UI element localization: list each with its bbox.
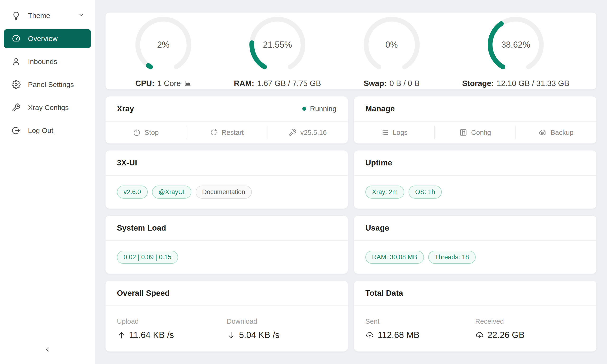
received-value: 22.26 GB — [488, 330, 525, 340]
status-dot — [302, 107, 306, 111]
sidebar: Theme Overview In — [0, 0, 95, 364]
sent-value: 112.68 MB — [378, 330, 420, 340]
wrench-icon — [11, 103, 21, 112]
sidebar-item-label: Overview — [28, 35, 58, 43]
usage-card-title: Usage — [365, 223, 389, 233]
overall-speed-card: Overall Speed Upload 11.64 KB /s Downl — [105, 281, 348, 352]
swap-gauge: 0% Swap: 0 B / 0 B — [361, 14, 422, 88]
config-button[interactable]: Config — [435, 122, 515, 143]
xui-card: 3X-UI v2.6.0 @XrayUI Documentation — [105, 150, 348, 209]
os-uptime-tag: OS: 1h — [409, 185, 442, 199]
ram-usage-tag: RAM: 30.08 MB — [365, 251, 424, 264]
download-speed-stat: Download 5.04 KB /s — [227, 318, 336, 340]
cpu-gauge: 2% CPU: 1 Core — [132, 14, 194, 88]
documentation-tag[interactable]: Documentation — [196, 185, 252, 199]
xui-card-title: 3X-UI — [117, 158, 137, 167]
sliders-icon — [459, 129, 467, 136]
total-data-card: Total Data Sent 112.68 MB — [354, 281, 596, 352]
chevron-left-icon — [43, 345, 52, 354]
cloud-server-icon — [539, 129, 547, 136]
threads-usage-tag: Threads: 18 — [428, 251, 476, 264]
power-icon — [133, 129, 141, 136]
system-load-card-title: System Load — [117, 223, 166, 233]
received-data-stat: Received 22.26 GB — [475, 318, 585, 340]
xray-version-button[interactable]: v25.5.16 — [267, 122, 348, 143]
cloud-download-icon — [475, 331, 484, 339]
logout-icon — [11, 126, 21, 135]
sidebar-item-label: Panel Settings — [28, 80, 74, 89]
load-average-tag: 0.02 | 0.09 | 0.15 — [117, 251, 178, 264]
total-data-card-title: Total Data — [365, 289, 403, 298]
sidebar-item-panel-settings[interactable]: Panel Settings — [4, 75, 91, 94]
uptime-card: Uptime Xray: 2m OS: 1h — [354, 150, 596, 209]
system-gauges-card: 2% CPU: 1 Core — [105, 12, 596, 90]
sidebar-item-theme[interactable]: Theme — [4, 6, 91, 25]
gear-icon — [11, 80, 21, 89]
storage-gauge: 38.62% Storage: 12.10 GB / 31.33 GB — [462, 14, 569, 88]
xray-stop-button[interactable]: Stop — [106, 122, 186, 143]
dashboard-gauge-icon — [11, 34, 21, 43]
sent-label: Sent — [365, 318, 475, 325]
upload-value: 11.64 KB /s — [129, 330, 174, 340]
download-value: 5.04 KB /s — [239, 330, 279, 340]
user-icon — [11, 57, 21, 66]
list-icon — [381, 129, 389, 136]
download-label: Download — [227, 318, 336, 325]
cloud-upload-icon — [365, 331, 374, 339]
xray-card: Xray Running Stop — [105, 96, 348, 143]
restart-icon — [210, 129, 218, 136]
cpu-label: CPU: 1 Core — [135, 79, 191, 88]
ram-label: RAM: 1.67 GB / 7.75 GB — [234, 79, 321, 88]
sidebar-item-label: Theme — [28, 12, 50, 20]
lightbulb-icon — [11, 11, 21, 20]
sidebar-item-overview[interactable]: Overview — [4, 29, 91, 48]
upload-label: Upload — [117, 318, 227, 325]
arrow-down-icon — [227, 331, 236, 339]
cpu-percent: 2% — [132, 14, 194, 76]
storage-percent: 38.62% — [485, 14, 547, 76]
wrench-icon — [289, 129, 297, 136]
arrow-up-icon — [117, 331, 126, 339]
main-content: 2% CPU: 1 Core — [95, 0, 607, 364]
version-tag[interactable]: v2.6.0 — [117, 185, 148, 199]
sidebar-item-log-out[interactable]: Log Out — [4, 121, 91, 140]
storage-label: Storage: 12.10 GB / 31.33 GB — [462, 79, 569, 88]
sidebar-collapse-button[interactable] — [0, 341, 95, 358]
system-load-card: System Load 0.02 | 0.09 | 0.15 — [105, 215, 348, 274]
xray-restart-button[interactable]: Restart — [186, 122, 267, 143]
overall-speed-card-title: Overall Speed — [117, 289, 170, 298]
usage-card: Usage RAM: 30.08 MB Threads: 18 — [354, 215, 596, 274]
sidebar-item-inbounds[interactable]: Inbounds — [4, 52, 91, 71]
sent-data-stat: Sent 112.68 MB — [365, 318, 475, 340]
xray-uptime-tag: Xray: 2m — [365, 185, 404, 199]
logs-button[interactable]: Logs — [354, 122, 434, 143]
ram-gauge: 21.55% RAM: 1.67 GB / 7.75 GB — [234, 14, 321, 88]
status-text: Running — [310, 105, 336, 113]
telegram-tag[interactable]: @XrayUI — [152, 185, 191, 199]
uptime-card-title: Uptime — [365, 158, 392, 167]
backup-button[interactable]: Backup — [516, 122, 596, 143]
sidebar-item-label: Log Out — [28, 127, 53, 135]
upload-speed-stat: Upload 11.64 KB /s — [117, 318, 227, 340]
manage-card: Manage Logs — [354, 96, 596, 143]
ram-percent: 21.55% — [247, 14, 308, 76]
sidebar-item-label: Xray Configs — [28, 104, 69, 112]
xray-status: Running — [302, 105, 336, 113]
app-root: Theme Overview In — [0, 0, 607, 364]
sidebar-item-label: Inbounds — [28, 58, 57, 66]
received-label: Received — [475, 318, 585, 325]
manage-card-title: Manage — [365, 104, 395, 113]
cpu-history-chart-icon[interactable] — [184, 80, 191, 87]
swap-percent: 0% — [361, 14, 422, 76]
sidebar-item-xray-configs[interactable]: Xray Configs — [4, 98, 91, 117]
swap-label: Swap: 0 B / 0 B — [364, 79, 420, 88]
chevron-down-icon — [78, 11, 85, 20]
xray-card-title: Xray — [117, 104, 134, 113]
